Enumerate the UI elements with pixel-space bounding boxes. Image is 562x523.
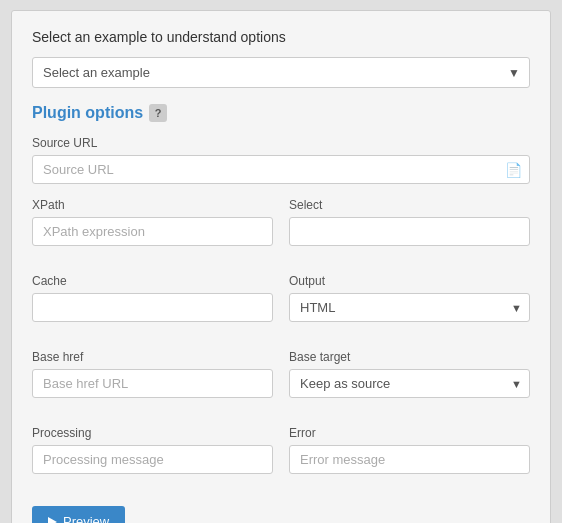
- help-badge[interactable]: ?: [149, 104, 167, 122]
- output-select-wrapper: HTML Text JSON ▼: [289, 293, 530, 322]
- play-icon: [48, 517, 57, 524]
- xpath-label: XPath: [32, 198, 273, 212]
- error-label: Error: [289, 426, 530, 440]
- error-group: Error: [289, 426, 530, 474]
- source-url-group: Source URL 📄: [32, 136, 530, 184]
- select-field-label: Select: [289, 198, 530, 212]
- base-target-group: Base target Keep as source _blank _self …: [289, 350, 530, 398]
- example-select[interactable]: Select an example: [32, 57, 530, 88]
- cache-output-row: Cache 120 Output HTML Text JSON ▼: [32, 274, 530, 336]
- processing-group: Processing: [32, 426, 273, 474]
- processing-label: Processing: [32, 426, 273, 440]
- xpath-select-row: XPath Select *: [32, 198, 530, 260]
- xpath-group: XPath: [32, 198, 273, 246]
- base-href-label: Base href: [32, 350, 273, 364]
- main-container: Select an example to understand options …: [11, 10, 551, 523]
- source-url-label: Source URL: [32, 136, 530, 150]
- base-href-input[interactable]: [32, 369, 273, 398]
- plugin-options-header: Plugin options ?: [32, 104, 530, 122]
- preview-button-label: Preview: [63, 514, 109, 523]
- example-select-wrapper: Select an example ▼: [32, 57, 530, 88]
- source-url-wrapper: 📄: [32, 155, 530, 184]
- select-field-group: Select *: [289, 198, 530, 246]
- cache-group: Cache 120: [32, 274, 273, 322]
- preview-button[interactable]: Preview: [32, 506, 125, 523]
- xpath-input[interactable]: [32, 217, 273, 246]
- error-input[interactable]: [289, 445, 530, 474]
- section-title: Select an example to understand options: [32, 29, 530, 45]
- base-href-group: Base href: [32, 350, 273, 398]
- output-label: Output: [289, 274, 530, 288]
- base-target-select[interactable]: Keep as source _blank _self _parent _top: [289, 369, 530, 398]
- source-url-input[interactable]: [32, 155, 530, 184]
- processing-input[interactable]: [32, 445, 273, 474]
- base-target-label: Base target: [289, 350, 530, 364]
- output-group: Output HTML Text JSON ▼: [289, 274, 530, 322]
- plugin-options-title: Plugin options: [32, 104, 143, 122]
- select-field-input[interactable]: *: [289, 217, 530, 246]
- cache-input[interactable]: 120: [32, 293, 273, 322]
- processing-error-row: Processing Error: [32, 426, 530, 488]
- output-select[interactable]: HTML Text JSON: [289, 293, 530, 322]
- cache-label: Cache: [32, 274, 273, 288]
- base-target-select-wrapper: Keep as source _blank _self _parent _top…: [289, 369, 530, 398]
- basehref-basetarget-row: Base href Base target Keep as source _bl…: [32, 350, 530, 412]
